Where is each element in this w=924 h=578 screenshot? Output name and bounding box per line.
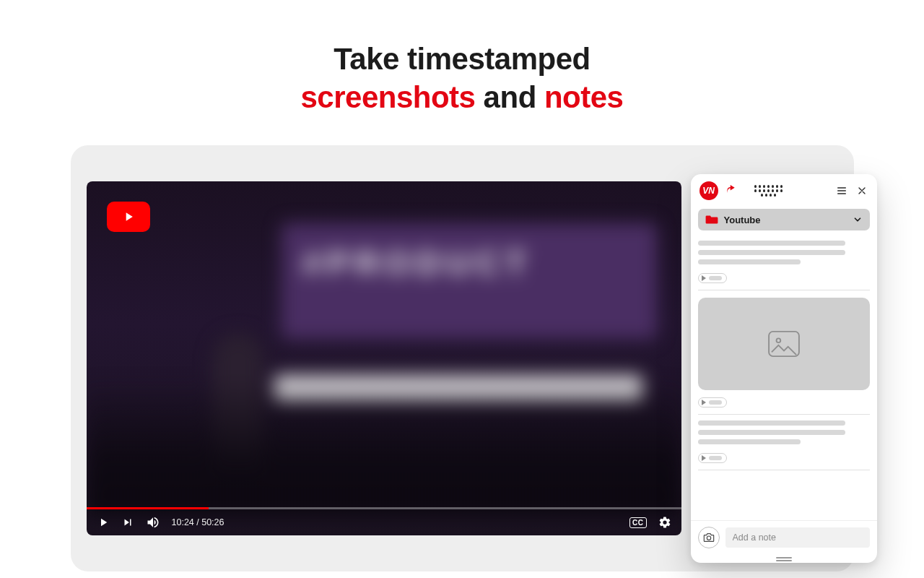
time-separator: / <box>194 517 201 527</box>
slide-title: #PRODUCT <box>303 243 532 282</box>
chip-skeleton <box>709 276 722 280</box>
play-icon <box>702 400 706 405</box>
note-text-skeleton <box>698 259 801 264</box>
video-frame: #PRODUCT <box>87 181 681 535</box>
screenshot-button[interactable] <box>698 527 720 548</box>
chip-skeleton <box>709 400 722 405</box>
image-icon <box>767 330 801 358</box>
close-button[interactable] <box>855 184 868 197</box>
current-time: 10:24 <box>172 517 194 527</box>
headline-word-notes: notes <box>544 80 624 114</box>
svg-point-2 <box>707 536 710 540</box>
timestamp-chip[interactable] <box>698 453 727 463</box>
chevron-down-icon <box>853 215 863 225</box>
player-controls: 10:24 / 50:26 CC <box>87 506 681 535</box>
folder-icon <box>705 215 718 225</box>
play-icon <box>702 275 706 281</box>
note-text-skeleton <box>698 420 846 426</box>
panel-header: VN <box>691 174 877 204</box>
stage-backdrop: #PRODUCT <box>71 145 854 571</box>
headline-line2: screenshots and notes <box>0 79 924 117</box>
menu-button[interactable] <box>835 184 848 197</box>
app-logo-icon[interactable]: VN <box>699 181 718 200</box>
headline-word-screenshots: screenshots <box>301 80 476 114</box>
folder-selector[interactable]: Youtube <box>698 209 870 230</box>
next-button[interactable] <box>121 509 134 535</box>
youtube-logo-icon <box>107 202 150 232</box>
video-player[interactable]: #PRODUCT <box>87 181 681 535</box>
svg-point-1 <box>776 338 780 342</box>
duration: 50:26 <box>201 517 224 527</box>
timestamp-chip[interactable] <box>698 273 727 283</box>
timecode: 10:24 / 50:26 <box>172 517 225 527</box>
note-text-skeleton <box>698 439 801 444</box>
resize-handle[interactable] <box>691 556 877 563</box>
play-button[interactable] <box>97 509 110 535</box>
note-input[interactable] <box>725 527 870 548</box>
divider <box>698 470 870 470</box>
drag-grip-icon[interactable] <box>754 185 783 197</box>
panel-footer <box>691 520 877 556</box>
divider <box>698 414 870 415</box>
settings-button[interactable] <box>658 509 671 535</box>
slide-banner: #PRODUCT <box>282 223 657 339</box>
chip-skeleton <box>709 456 722 460</box>
note-text-skeleton <box>698 241 846 246</box>
headline-line1: Take timestamped <box>0 40 924 79</box>
panel-body <box>691 236 877 520</box>
notes-panel: VN Youtube <box>691 174 877 563</box>
folder-label: Youtube <box>724 215 847 225</box>
timestamp-chip[interactable] <box>698 397 727 407</box>
headline-word-and: and <box>475 80 544 114</box>
note-text-skeleton <box>698 250 846 255</box>
audience-silhouette <box>87 379 681 517</box>
volume-button[interactable] <box>146 509 160 535</box>
share-icon[interactable] <box>725 183 738 199</box>
note-text-skeleton <box>698 430 846 435</box>
screenshot-thumbnail[interactable] <box>698 298 870 390</box>
captions-button[interactable]: CC <box>629 517 646 528</box>
play-icon <box>702 455 706 461</box>
divider <box>698 290 870 290</box>
camera-icon <box>703 532 715 543</box>
headline: Take timestamped screenshots and notes <box>0 40 924 116</box>
